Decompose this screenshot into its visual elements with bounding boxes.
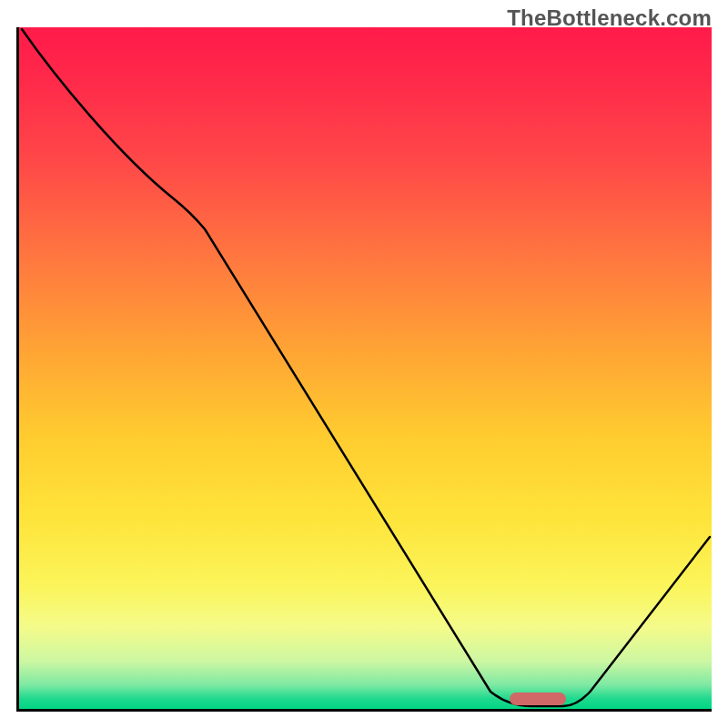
chart-plot-area	[16, 27, 712, 712]
bottleneck-curve	[19, 27, 712, 709]
curve-path	[22, 29, 710, 706]
optimal-range-marker	[510, 693, 566, 705]
